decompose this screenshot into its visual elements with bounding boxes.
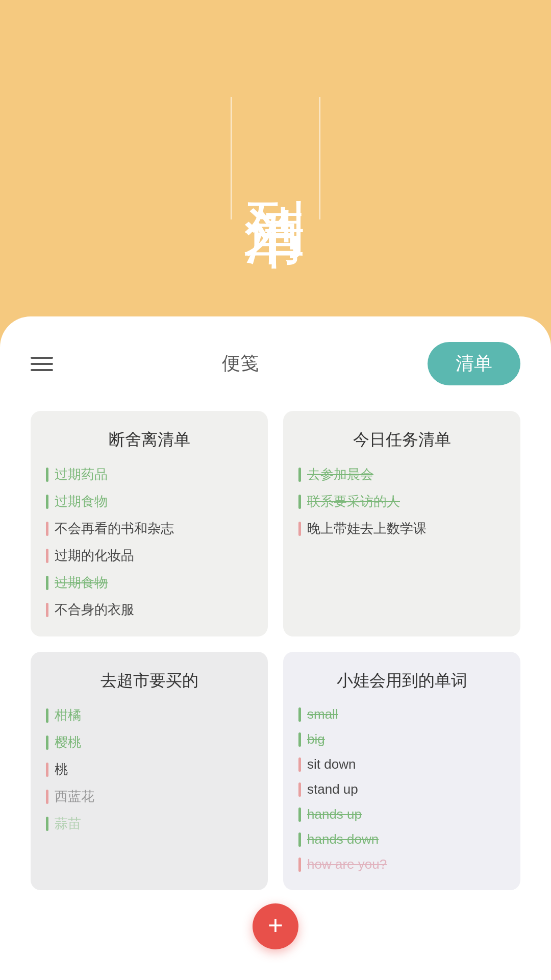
item-text: 联系要采访的人	[307, 493, 400, 510]
list-item[interactable]: hands down	[298, 831, 505, 847]
list-card-danshe[interactable]: 断舍离清单过期药品过期食物不会再看的书和杂志过期的化妆品过期食物不合身的衣服	[31, 411, 268, 636]
list-item[interactable]: 过期食物	[46, 574, 253, 592]
item-bar	[46, 576, 48, 590]
item-text: 不合身的衣服	[55, 601, 134, 619]
item-text: small	[307, 706, 338, 722]
item-bar	[46, 495, 48, 509]
item-bar	[46, 763, 48, 777]
item-bar	[46, 549, 48, 563]
list-card-chaoshi[interactable]: 去超市要买的柑橘樱桃桃西蓝花蒜苗	[31, 652, 268, 890]
item-bar	[46, 522, 48, 536]
card-header: 便笺 清单	[31, 342, 520, 385]
item-bar	[46, 603, 48, 617]
list-item[interactable]: 西蓝花	[46, 788, 253, 805]
list-title-danshe: 断舍离清单	[46, 429, 253, 451]
list-item[interactable]: hands up	[298, 806, 505, 822]
item-text: 西蓝花	[55, 788, 94, 805]
list-item[interactable]: how are you?	[298, 856, 505, 872]
item-text: hands up	[307, 806, 362, 822]
list-item[interactable]: stand up	[298, 781, 505, 797]
item-bar	[298, 782, 301, 797]
list-item[interactable]: 柑橘	[46, 706, 253, 724]
list-item[interactable]: 樱桃	[46, 733, 253, 751]
item-text: 晚上带娃去上数学课	[307, 520, 427, 537]
item-text: 去参加晨会	[307, 465, 373, 483]
list-item[interactable]: sit down	[298, 756, 505, 772]
title-line-right	[319, 97, 320, 219]
item-bar	[46, 736, 48, 750]
item-text: 桃	[55, 761, 68, 778]
list-tab-button[interactable]: 清单	[428, 342, 520, 385]
item-bar	[298, 495, 301, 509]
list-item[interactable]: 联系要采访的人	[298, 493, 505, 510]
list-item[interactable]: 过期的化妆品	[46, 547, 253, 565]
item-bar	[46, 468, 48, 482]
list-item[interactable]: 桃	[46, 761, 253, 778]
list-item[interactable]: 过期食物	[46, 493, 253, 510]
item-bar	[298, 732, 301, 747]
item-bar	[298, 468, 301, 482]
item-text: 不会再看的书和杂志	[55, 520, 174, 537]
item-text: big	[307, 731, 325, 747]
add-icon: +	[268, 912, 283, 939]
menu-button[interactable]	[31, 357, 53, 371]
list-item[interactable]: 过期药品	[46, 465, 253, 483]
item-text: hands down	[307, 831, 379, 847]
item-text: 过期的化妆品	[55, 547, 134, 565]
notes-tab[interactable]: 便笺	[222, 351, 259, 376]
item-text: 蒜苗	[55, 815, 81, 832]
item-bar	[46, 790, 48, 804]
app-title: 列清单	[242, 152, 309, 164]
list-item[interactable]: 不会再看的书和杂志	[46, 520, 253, 537]
list-title-chaoshi: 去超市要买的	[46, 670, 253, 692]
title-frame: 列清单	[231, 97, 320, 219]
list-item[interactable]: small	[298, 706, 505, 722]
list-item[interactable]: big	[298, 731, 505, 747]
item-text: 过期药品	[55, 465, 108, 483]
item-bar	[298, 832, 301, 847]
item-text: 樱桃	[55, 733, 81, 751]
list-item[interactable]: 晚上带娃去上数学课	[298, 520, 505, 537]
item-bar	[298, 707, 301, 722]
item-text: how are you?	[307, 856, 387, 872]
item-bar	[46, 708, 48, 723]
list-item[interactable]: 去参加晨会	[298, 465, 505, 483]
item-bar	[298, 522, 301, 536]
title-line-left	[231, 97, 232, 219]
add-button[interactable]: +	[253, 903, 298, 949]
card-section: 便笺 清单 断舍离清单过期药品过期食物不会再看的书和杂志过期的化妆品过期食物不合…	[0, 316, 551, 980]
list-title-jinri: 今日任务清单	[298, 429, 505, 451]
item-bar	[298, 807, 301, 822]
lists-grid: 断舍离清单过期药品过期食物不会再看的书和杂志过期的化妆品过期食物不合身的衣服今日…	[31, 411, 520, 890]
list-title-xiaowa: 小娃会用到的单词	[298, 670, 505, 692]
hero-section: 列清单	[0, 0, 551, 316]
list-card-xiaowa[interactable]: 小娃会用到的单词smallbigsit downstand uphands up…	[283, 652, 520, 890]
item-text: 过期食物	[55, 574, 108, 592]
list-item[interactable]: 蒜苗	[46, 815, 253, 832]
item-text: 柑橘	[55, 706, 81, 724]
item-bar	[46, 817, 48, 831]
item-bar	[298, 857, 301, 872]
item-bar	[298, 757, 301, 772]
list-card-jinri[interactable]: 今日任务清单去参加晨会联系要采访的人晚上带娃去上数学课	[283, 411, 520, 636]
item-text: stand up	[307, 781, 358, 797]
item-text: 过期食物	[55, 493, 108, 510]
item-text: sit down	[307, 756, 356, 772]
list-item[interactable]: 不合身的衣服	[46, 601, 253, 619]
